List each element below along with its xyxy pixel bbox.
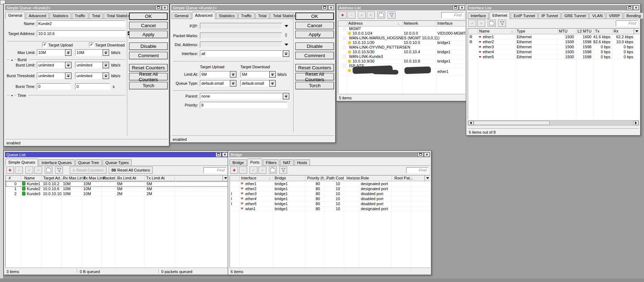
column-header-rx-max-limit[interactable]: Rx Max Limit [63,176,86,180]
torch-button[interactable]: Torch [129,82,168,89]
target-upload-checkbox[interactable]: ✓ [42,43,47,48]
tab-advanced[interactable]: Advanced [192,12,215,19]
max-limit-download-dropdown[interactable] [103,49,109,56]
column-header-priority[interactable]: Priority (h... [307,176,327,180]
parent-field[interactable]: none [200,93,282,99]
interface-row[interactable]: ◂▸ ether4 Ethernet 1500 1598 0 bps 0 bps [468,49,639,55]
column-header-bridge[interactable]: Bridge [275,176,286,180]
apply-button[interactable]: Apply [295,31,334,38]
disable-button[interactable]: × [259,167,266,174]
p2p-field[interactable] [200,23,282,29]
find-input[interactable]: Find [441,12,463,18]
column-header-tx[interactable]: Tx [595,29,599,33]
tab-bonding[interactable]: Bonding [624,13,644,19]
name-field[interactable]: Kunde2 [37,20,126,27]
column-header-tx-max-limit[interactable]: Tx Max Limit [83,176,105,180]
column-header-target-address[interactable]: Target Ad... [43,176,63,180]
ok-button[interactable]: OK [129,13,168,20]
disable-button[interactable]: Disable [295,43,334,50]
burst-section-header[interactable]: ▲ Burst [7,58,126,62]
tab-bridge[interactable]: Bridge [230,159,247,165]
parent-dropdown[interactable] [283,93,289,99]
combo-arrow-icon[interactable] [285,25,288,27]
bridge-port-row[interactable]: ŦŦ wlan1 bridge1 80 10 designated port [230,206,430,212]
interface-dropdown[interactable] [283,50,289,57]
column-header-l2mtu[interactable]: L2 MTU [577,29,591,33]
tab-advanced[interactable]: Advanced [26,13,49,19]
tab-vlan[interactable]: VLAN [589,13,605,19]
bridge-port-row[interactable]: I ŦŦ ether4 bridge1 80 10 disabled port [230,196,430,202]
column-header-rx-limit-at[interactable]: Rx Limit At [117,176,136,180]
column-header-root-path[interactable]: Root Pat... [394,176,413,180]
close-button[interactable]: × [424,152,430,157]
tab-queue-tree[interactable]: Queue Tree [75,159,102,165]
close-button[interactable]: × [222,152,228,157]
column-header-path-cost[interactable]: Path Cost [326,176,344,180]
enable-button[interactable]: ✓ [358,11,366,19]
dst-address-field[interactable] [200,41,282,48]
burst-limit-upload-field[interactable]: unlimited [37,62,65,68]
column-header-packet-marks[interactable]: Packet ... [103,176,119,180]
remove-button[interactable]: − [15,167,23,174]
disable-button[interactable]: × [367,11,375,19]
max-limit-upload-dropdown[interactable] [65,49,72,56]
queue-row[interactable]: 0 Kunde1 10.0.10.2 10M 10M 5M 5M [6,181,228,187]
add-button[interactable]: + [339,11,346,19]
tab-general[interactable]: General [172,13,191,19]
burst-threshold-upload-field[interactable]: unlimited [37,73,65,79]
comment-button[interactable] [45,167,53,174]
column-header-mtu[interactable]: MTU [559,29,567,33]
burst-time-upload-field[interactable]: 0 [37,83,71,90]
address-row[interactable]: 10.0.10.1/30 10.0.10.0 bridge1 [338,40,465,45]
comment-row[interactable]: ::: MGMT [338,26,465,31]
burst-limit-upload-dropdown[interactable] [65,62,72,68]
burst-limit-download-dropdown[interactable] [103,62,109,68]
packet-marks-spinner[interactable] [285,33,287,37]
reset-counters-button[interactable]: ≡ Reset Counters [70,167,107,174]
scroll-thumb[interactable] [474,121,550,125]
comment-button[interactable]: Comment [295,52,334,59]
tab-statistics[interactable]: Statistics [216,13,237,19]
max-limit-upload-field[interactable]: 10M [37,49,65,56]
comment-button[interactable] [488,20,496,27]
column-header-network[interactable]: Network [404,21,418,25]
disable-button[interactable]: Disable [129,43,168,50]
address-row[interactable]: 10.0.0.1/24 10.0.0.0 VID1000-MGMT [338,31,465,36]
address-row[interactable]: 10.0.10.5/30 10.0.10.4 bridge1 [338,50,465,55]
ok-button[interactable]: OK [295,13,334,20]
tab-nat[interactable]: NAT [280,159,293,165]
tab-traffic[interactable]: Traffic [238,13,255,19]
remove-button[interactable]: − [348,11,355,19]
comment-button[interactable]: Comment [129,52,168,59]
scroll-left-button[interactable] [468,121,473,125]
queue-type-download-field[interactable]: default-small [240,80,269,86]
cancel-button[interactable]: Cancel [295,22,334,29]
maximize-button[interactable] [453,5,458,10]
close-button[interactable]: × [633,5,639,10]
address-row[interactable]: ether1 [338,68,465,75]
burst-time-download-field[interactable]: 0 [75,83,110,90]
interface-row[interactable]: ◂▸ ether5 Ethernet 1500 1598 0 bps 0 bps [468,54,639,60]
enable-button[interactable]: ✓ [468,20,476,27]
bridge-port-row[interactable]: I ŦŦ ether5 bridge1 80 10 disabled port [230,201,430,207]
target-address-field[interactable]: 10.0.10.6 [37,30,126,37]
column-header-interface[interactable]: Interface [437,21,453,25]
h-scrollbar[interactable] [468,120,639,125]
tab-interface-queues[interactable]: Interface Queues [39,159,74,165]
enable-button[interactable]: ✓ [250,167,257,174]
add-button[interactable]: + [6,167,14,174]
column-header-tx-limit-at[interactable]: Tx Limit At [146,176,164,180]
column-select-button[interactable] [222,175,228,181]
comment-row[interactable]: ::: WAN-LINK-Kunde3 [338,54,465,59]
filter-button[interactable] [498,20,506,27]
comment-row[interactable]: ::: WAN-LINK-MARIUS_HOGSNES (MGMT 10,0,0… [338,36,465,41]
tab-traffic[interactable]: Traffic [72,13,88,19]
find-input[interactable]: Find [616,20,638,26]
burst-threshold-upload-dropdown[interactable] [65,73,72,79]
column-header-name[interactable]: Name [479,29,490,33]
burst-limit-download-field[interactable]: unlimited [75,62,103,68]
queue-type-upload-field[interactable]: default-small [200,80,230,86]
maximize-button[interactable] [322,5,328,10]
reset-counters-button[interactable]: Reset Counters [295,64,334,71]
remove-button[interactable]: − [239,167,247,174]
